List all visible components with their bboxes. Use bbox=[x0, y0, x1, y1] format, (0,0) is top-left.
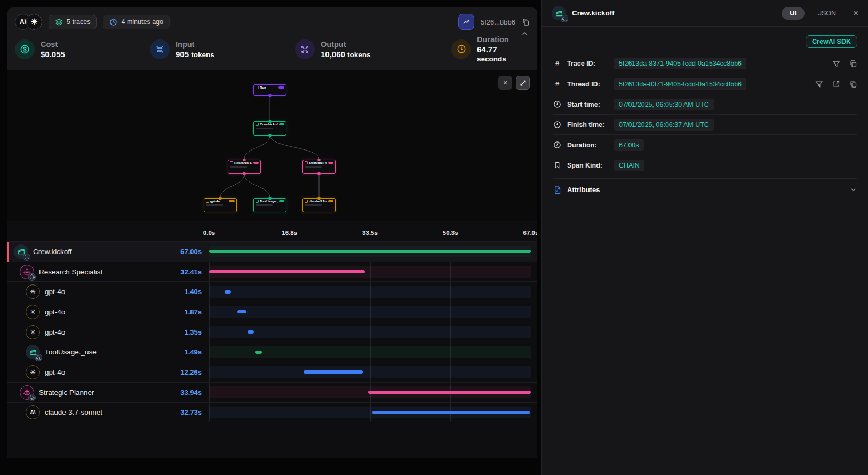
span-bar[interactable] bbox=[209, 270, 365, 273]
trace-span-row[interactable]: ✳gpt-4o1.40s bbox=[7, 281, 537, 302]
metric-label: Duration bbox=[477, 35, 516, 44]
view-metrics-button[interactable] bbox=[458, 14, 474, 30]
field-actions bbox=[815, 80, 857, 88]
graph-node-subtext bbox=[206, 204, 223, 206]
graph-node-run[interactable]: Run bbox=[253, 84, 286, 96]
arrows-in-icon bbox=[150, 39, 170, 59]
span-duration: 12.26s bbox=[180, 368, 202, 376]
traces-count-badge[interactable]: 5 traces bbox=[49, 15, 97, 29]
metric-text: Duration64.77 seconds bbox=[477, 35, 516, 63]
openai-logo-icon: ✳ bbox=[26, 305, 40, 319]
span-bar[interactable] bbox=[225, 290, 232, 294]
metric-input: Input905 tokens bbox=[150, 35, 295, 63]
span-timeline-cell bbox=[209, 403, 531, 423]
span-label: ToolUsage._use bbox=[45, 348, 97, 356]
field-row-threadid: #Thread ID:5f2613da-8371-9405-fcdd-0a153… bbox=[553, 74, 857, 94]
span-bar[interactable] bbox=[248, 330, 254, 334]
copy-trace-id-button[interactable] bbox=[522, 18, 530, 26]
span-bar[interactable] bbox=[304, 370, 362, 374]
close-panel-button[interactable]: × bbox=[853, 8, 858, 19]
external-button[interactable] bbox=[832, 80, 840, 88]
trace-span-row[interactable]: ✳gpt-4o12.26s bbox=[7, 362, 537, 382]
span-name-cell: ✳gpt-4o1.87s bbox=[7, 305, 209, 319]
chevron-down-icon[interactable] bbox=[849, 186, 857, 194]
field-row-duration: Duration:67.00s bbox=[553, 134, 857, 155]
field-row-finishtime: Finish time:07/01/2025, 06:06:37 AM UTC bbox=[553, 114, 857, 134]
field-label: Trace ID: bbox=[567, 60, 609, 67]
teal-node-icon bbox=[256, 200, 259, 203]
node-handle-top bbox=[243, 159, 246, 161]
span-name-cell: ToolUsage._use1.49s bbox=[7, 345, 209, 359]
graph-node-badge bbox=[278, 86, 284, 89]
graph-node-row: claude-3.7-sonnet bbox=[305, 200, 333, 203]
time-axis: 0.0s16.8s33.5s50.3s67.0s bbox=[209, 228, 531, 241]
tab-json[interactable]: JSON bbox=[810, 7, 844, 20]
pink-node-icon bbox=[305, 161, 308, 164]
graph-toolbar: × bbox=[498, 76, 530, 90]
graph-node-gpt[interactable]: gpt-4o bbox=[204, 198, 237, 212]
graph-node-row: ToolUsage._use bbox=[256, 200, 284, 203]
metric-text: Cost$0.055 bbox=[41, 40, 65, 59]
field-row-spankind: Span Kind:CHAIN bbox=[553, 155, 857, 175]
row-tint bbox=[209, 286, 531, 298]
graph-node-strategic[interactable]: Strategic Planner bbox=[302, 160, 336, 174]
copy-button[interactable] bbox=[849, 60, 857, 68]
trace-header-card: A\ ✳ 5 traces 4 minutes ago 5f26...8bb6 bbox=[7, 7, 537, 70]
span-bar[interactable] bbox=[368, 391, 531, 394]
attributes-section[interactable]: Attributes bbox=[553, 178, 857, 201]
agentops-badge-icon bbox=[35, 354, 42, 361]
agentops-badge-icon bbox=[561, 15, 568, 22]
graph-node-label: Strategic Planner bbox=[309, 161, 327, 164]
main-column: A\ ✳ 5 traces 4 minutes ago 5f26...8bb6 bbox=[7, 7, 537, 458]
span-fields: #Trace ID:5f2613da-8371-9405-fcdd-0a1534… bbox=[542, 53, 868, 175]
span-timeline-cell bbox=[209, 362, 531, 382]
crew-icon bbox=[26, 345, 40, 359]
traces-count-label: 5 traces bbox=[67, 18, 90, 26]
filter-button[interactable] bbox=[832, 60, 840, 68]
span-label: Crew.kickoff bbox=[33, 248, 72, 256]
trace-span-row[interactable]: ✳gpt-4o1.35s bbox=[7, 322, 537, 342]
graph-node-label: Research Speciali... bbox=[234, 161, 252, 164]
metric-label: Input bbox=[176, 40, 214, 49]
teal-node-icon bbox=[256, 123, 259, 126]
copy-button[interactable] bbox=[849, 80, 857, 88]
trace-span-row[interactable]: ToolUsage._use1.49s bbox=[7, 342, 537, 362]
row-tint bbox=[209, 326, 531, 338]
metric-label: Cost bbox=[41, 40, 65, 49]
filter-button[interactable] bbox=[815, 80, 823, 88]
trace-span-row[interactable]: ✳gpt-4o1.87s bbox=[7, 302, 537, 322]
graph-node-subtext bbox=[305, 204, 322, 206]
span-bar[interactable] bbox=[255, 351, 262, 354]
graph-node-research[interactable]: Research Speciali... bbox=[228, 160, 261, 174]
span-bar[interactable] bbox=[372, 411, 530, 414]
trace-span-row[interactable]: Strategic Planner33.94s bbox=[7, 382, 537, 402]
line-chart-icon bbox=[462, 18, 471, 26]
collapse-metrics-button[interactable] bbox=[521, 30, 529, 38]
expand-graph-button[interactable] bbox=[516, 76, 530, 90]
trace-span-row[interactable]: Research Specialist32.41s bbox=[7, 262, 537, 282]
span-timeline-cell bbox=[209, 282, 531, 302]
clock-icon bbox=[553, 121, 562, 129]
span-bar[interactable] bbox=[209, 250, 531, 253]
graph-node-tool[interactable]: ToolUsage._use bbox=[253, 198, 286, 212]
graph-node-crew[interactable]: Crew.kickoff bbox=[253, 121, 286, 136]
panel-title: Crew.kickoff bbox=[572, 9, 615, 17]
graph-node-row: Crew.kickoff bbox=[256, 123, 284, 126]
metric-value: 10,060 tokens bbox=[321, 50, 371, 59]
attributes-label: Attributes bbox=[567, 186, 600, 194]
field-label: Span Kind: bbox=[567, 162, 609, 169]
graph-node-claude[interactable]: claude-3.7-sonnet bbox=[302, 198, 336, 212]
field-value: 07/01/2025, 06:05:30 AM UTC bbox=[614, 99, 714, 110]
graph-node-label: Run bbox=[260, 86, 266, 89]
close-graph-button[interactable]: × bbox=[498, 76, 512, 90]
dollar-icon bbox=[15, 39, 35, 59]
trace-short-id: 5f26...8bb6 bbox=[481, 18, 515, 26]
trace-span-row[interactable]: Crew.kickoff67.00s bbox=[7, 241, 537, 262]
trace-span-row[interactable]: A\claude-3.7-sonnet32.73s bbox=[7, 402, 537, 423]
tab-ui[interactable]: UI bbox=[782, 7, 805, 20]
metric-output: Output10,060 tokens bbox=[295, 35, 451, 63]
agentops-badge-icon bbox=[28, 273, 36, 281]
graph-node-subtext bbox=[305, 166, 322, 168]
span-bar[interactable] bbox=[237, 310, 246, 313]
graph-node-label: ToolUsage._use bbox=[260, 200, 278, 203]
